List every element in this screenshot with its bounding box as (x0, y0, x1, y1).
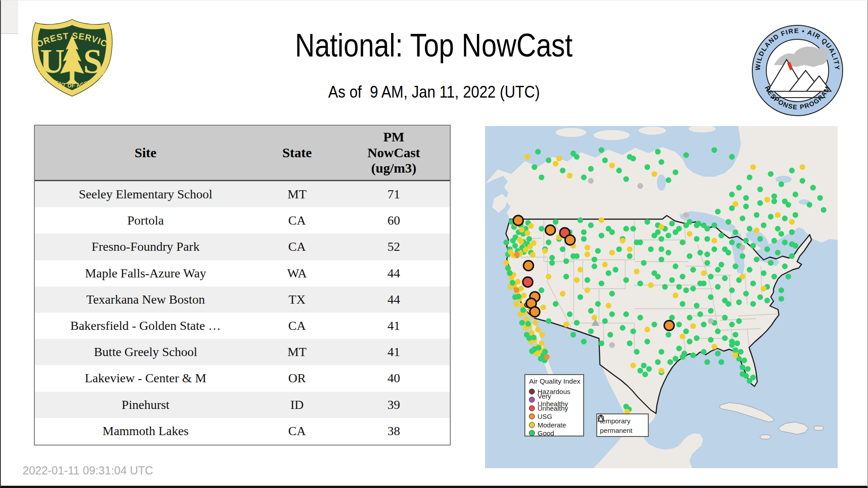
monitor-dot[interactable] (722, 335, 728, 341)
monitor-dot[interactable] (789, 241, 795, 247)
monitor-dot[interactable] (743, 238, 749, 244)
monitor-dot[interactable] (599, 147, 604, 153)
monitor-dot[interactable] (645, 164, 651, 170)
monitor-dot[interactable] (754, 257, 760, 263)
monitor-dot[interactable] (620, 238, 626, 244)
monitor-dot[interactable] (599, 340, 604, 346)
monitor-dot[interactable] (722, 276, 728, 282)
monitor-dot[interactable] (599, 281, 604, 286)
monitor-dot[interactable] (676, 284, 682, 290)
monitor-dot[interactable] (708, 274, 714, 280)
monitor-dot[interactable] (651, 171, 657, 177)
monitor-dot[interactable] (546, 157, 552, 163)
monitor-dot[interactable] (683, 287, 689, 293)
top-site-marker[interactable] (513, 216, 523, 225)
monitor-dot[interactable] (665, 250, 671, 256)
table-row[interactable]: Lakeview - Center & MOR40 (35, 365, 450, 391)
monitor-dot[interactable] (518, 239, 524, 245)
monitor-dot[interactable] (738, 349, 744, 355)
monitor-dot[interactable] (793, 212, 798, 218)
monitor-dot[interactable] (673, 263, 679, 269)
monitor-dot[interactable] (729, 287, 735, 293)
table-row[interactable]: PinehurstID39 (35, 392, 450, 418)
monitor-dot[interactable] (771, 193, 777, 199)
monitor-dot[interactable] (736, 185, 742, 191)
monitor-dot[interactable] (507, 270, 513, 276)
monitor-dot[interactable] (630, 363, 636, 369)
monitor-dot[interactable] (634, 239, 640, 245)
monitor-dot[interactable] (623, 226, 629, 232)
monitor-dot[interactable] (553, 161, 559, 167)
monitor-dot[interactable] (595, 248, 601, 254)
monitor-dot[interactable] (613, 267, 618, 273)
monitor-dot[interactable] (782, 216, 788, 221)
monitor-dot[interactable] (789, 219, 795, 225)
monitor-dot[interactable] (560, 291, 566, 297)
monitor-dot[interactable] (504, 260, 509, 266)
table-row[interactable]: Bakersfield - Golden State …CA41 (35, 313, 450, 339)
monitor-dot[interactable] (546, 274, 552, 280)
monitor-dot[interactable] (634, 349, 640, 355)
monitor-dot[interactable] (571, 332, 576, 338)
monitor-dot[interactable] (718, 262, 724, 267)
monitor-dot[interactable] (606, 303, 612, 309)
monitor-dot[interactable] (592, 257, 598, 263)
monitor-dot[interactable] (757, 187, 763, 192)
monitor-dot[interactable] (718, 233, 724, 239)
monitor-dot[interactable] (609, 311, 615, 317)
monitor-dot[interactable] (733, 201, 739, 207)
monitor-dot[interactable] (669, 315, 675, 321)
table-row[interactable]: Butte Greely SchoolMT41 (35, 339, 450, 365)
monitor-dot[interactable] (535, 327, 541, 333)
monitor-dot[interactable] (807, 202, 812, 208)
monitor-dot[interactable] (789, 229, 795, 235)
monitor-dot[interactable] (680, 239, 686, 245)
monitor-dot[interactable] (775, 226, 781, 232)
monitor-dot[interactable] (729, 339, 735, 345)
monitor-dot[interactable] (673, 292, 679, 298)
monitor-dot[interactable] (514, 287, 519, 293)
monitor-dot[interactable] (712, 147, 717, 153)
monitor-dot[interactable] (747, 174, 753, 180)
monitor-dot[interactable] (712, 246, 717, 252)
monitor-dot[interactable] (651, 322, 657, 328)
monitor-dot[interactable] (526, 236, 532, 242)
table-row[interactable]: Maple Falls-Azure WayWA44 (35, 260, 450, 286)
monitor-dot[interactable] (680, 354, 686, 360)
monitor-dot[interactable] (553, 301, 559, 307)
monitor-dot[interactable] (750, 375, 756, 380)
monitor-dot[interactable] (715, 328, 721, 334)
monitor-dot[interactable] (655, 274, 661, 280)
monitor-dot[interactable] (736, 300, 742, 305)
monitor-dot[interactable] (602, 318, 608, 324)
monitor-dot[interactable] (740, 244, 745, 250)
monitor-dot[interactable] (539, 332, 545, 338)
monitor-dot[interactable] (606, 226, 612, 232)
monitor-dot[interactable] (778, 287, 784, 293)
monitor-dot[interactable] (745, 366, 751, 372)
monitor-dot[interactable] (740, 253, 745, 259)
monitor-dot[interactable] (599, 217, 604, 223)
monitor-dot[interactable] (722, 315, 728, 321)
monitor-dot[interactable] (683, 328, 689, 334)
monitor-dot[interactable] (531, 240, 537, 246)
monitor-dot[interactable] (789, 253, 795, 259)
monitor-dot[interactable] (771, 238, 777, 244)
monitor-dot[interactable] (641, 260, 647, 266)
monitor-dot[interactable] (595, 301, 601, 307)
monitor-dot[interactable] (712, 222, 717, 228)
monitor-dot[interactable] (704, 260, 710, 266)
monitor-dot[interactable] (729, 192, 735, 197)
monitor-dot[interactable] (778, 231, 784, 237)
monitor-dot[interactable] (560, 246, 566, 252)
monitor-dot[interactable] (683, 152, 689, 158)
monitor-dot[interactable] (764, 197, 770, 203)
monitor-dot[interactable] (544, 354, 550, 360)
monitor-dot[interactable] (585, 287, 590, 293)
table-row[interactable]: Seeley Elementary SchoolMT71 (35, 181, 450, 207)
monitor-dot[interactable] (519, 320, 525, 326)
monitor-dot[interactable] (585, 277, 590, 283)
monitor-dot[interactable] (546, 318, 552, 324)
monitor-dot[interactable] (630, 226, 636, 232)
monitor-dot[interactable] (659, 349, 665, 355)
